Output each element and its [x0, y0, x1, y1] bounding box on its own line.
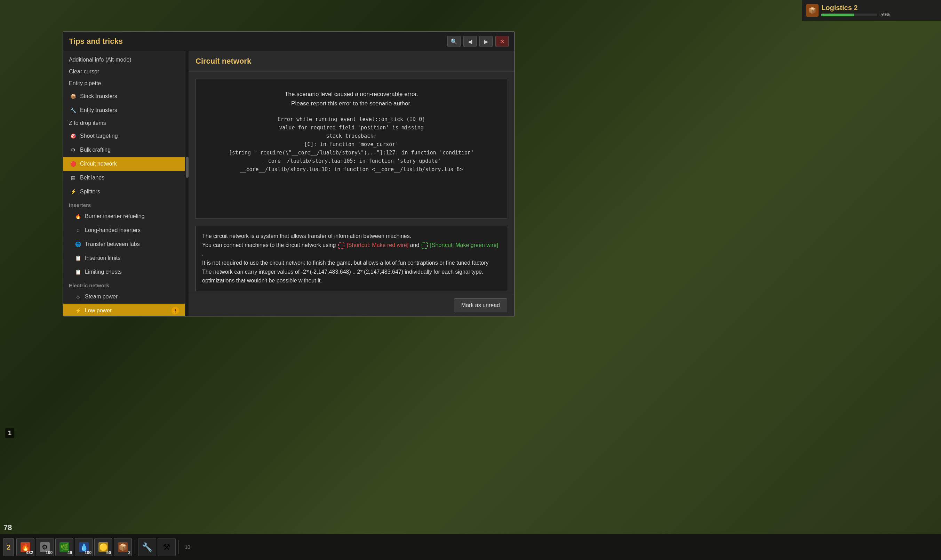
sidebar-item-steam-power[interactable]: ♨ Steam power [63, 290, 185, 304]
sidebar-item-stack-transfers[interactable]: 📦 Stack transfers [63, 89, 185, 103]
content-area: Circuit network The scenario level cause… [189, 51, 514, 316]
sidebar-label: Stack transfers [80, 93, 117, 100]
scrollbar-thumb[interactable] [186, 157, 189, 178]
sidebar-item-entity-transfers[interactable]: 🔧 Entity transfers [63, 103, 185, 117]
sidebar-label: Steam power [85, 294, 118, 300]
desc-line-5: optimizations that wouldn't be possible … [202, 276, 501, 285]
forward-button[interactable]: ▶ [480, 36, 493, 47]
mark-unread-button[interactable]: Mark as unread [454, 298, 507, 312]
sidebar-label: Entity transfers [80, 107, 117, 113]
belt-icon: ▤ [69, 174, 77, 182]
top-progress-bar: 📦 Logistics 2 59% [802, 0, 941, 21]
green-wire-link[interactable]: [Shortcut: Make green wire] [430, 242, 498, 248]
item-count-0: 432 [26, 550, 33, 555]
logistics-icon: 📦 [806, 4, 818, 17]
error-code-5: __core__/lualib/story.lua:105: in functi… [206, 157, 497, 165]
error-container: The scenario level caused a non-recovera… [189, 72, 514, 316]
taskbar: 2 🔥 432 ⚙ 100 🌿 46 💧 100 🟡 50 📦 2 🔧 ⚒ 10 [0, 534, 941, 560]
sidebar: Additional info (Alt-mode) Clear cursor … [63, 51, 185, 316]
stack-icon: 📦 [69, 92, 77, 100]
desc-line-4: The network can carry integer values of … [202, 268, 501, 277]
error-messages: The scenario level caused a non-recovera… [206, 89, 497, 108]
craft-icon: ⚙ [69, 146, 77, 154]
taskbar-item-4[interactable]: 🟡 50 [94, 538, 112, 556]
sidebar-item-entity-pipette[interactable]: Entity pipette [63, 78, 185, 89]
item-count-3: 100 [85, 550, 91, 555]
green-wire-icon-box [421, 242, 428, 249]
item-icon-5: 📦 [118, 542, 128, 552]
taskbar-item-2[interactable]: 🌿 46 [55, 538, 74, 556]
sidebar-label: Long-handed inserters [85, 227, 140, 233]
sidebar-item-burner-inserter[interactable]: 🔥 Burner inserter refueling [63, 209, 185, 223]
logistics-progress-label: 59% [881, 12, 890, 17]
item-count-4: 50 [106, 550, 111, 555]
electric-network-section-label: Electric network [63, 279, 185, 290]
item-count-1: 100 [46, 550, 52, 555]
close-button[interactable]: ✕ [495, 36, 509, 47]
sidebar-scrollbar[interactable] [185, 51, 189, 316]
item-count-5: 2 [128, 550, 131, 555]
sidebar-item-circuit-network[interactable]: 🔴 Circuit network [63, 157, 185, 171]
bottom-bar: Mark as unread [189, 295, 514, 316]
error-code-1: value for required field 'position' is m… [206, 123, 497, 132]
sidebar-item-shoot-targeting[interactable]: 🎯 Shoot targeting [63, 129, 185, 143]
logistics-title: Logistics 2 [821, 4, 937, 12]
error-line-0: The scenario level caused a non-recovera… [206, 89, 497, 99]
longhanded-icon: ↕ [74, 226, 82, 234]
side-counter-top: 1 [5, 428, 14, 438]
sidebar-item-long-handed[interactable]: ↕ Long-handed inserters [63, 223, 185, 237]
sidebar-label: Z to drop items [69, 120, 106, 126]
red-wire-link[interactable]: [Shortcut: Make red wire] [346, 242, 408, 248]
error-code-6: __core__/lualib/story.lua:10: in functio… [206, 165, 497, 174]
steam-icon: ♨ [74, 292, 82, 301]
bottom-counter: 78 [3, 523, 12, 532]
back-button[interactable]: ◀ [463, 36, 477, 47]
logistics-progress-container [821, 14, 877, 16]
limit-icon: 📋 [74, 254, 82, 262]
sidebar-item-belt-lanes[interactable]: ▤ Belt lanes [63, 171, 185, 185]
logistics-info: Logistics 2 59% [821, 4, 937, 17]
taskbar-item-3[interactable]: 💧 100 [75, 538, 93, 556]
entity-icon: 🔧 [69, 106, 77, 114]
sidebar-label: Splitters [80, 189, 100, 195]
warning-badge: ! [172, 307, 179, 314]
error-code-3: [C]: in function 'move_cursor' [206, 140, 497, 149]
taskbar-item-5[interactable]: 📦 2 [114, 538, 132, 556]
description-box: The circuit network is a system that all… [195, 226, 507, 291]
taskbar-item-1[interactable]: ⚙ 100 [36, 538, 54, 556]
taskbar-item-0[interactable]: 🔥 432 [16, 538, 34, 556]
window-body: Additional info (Alt-mode) Clear cursor … [63, 51, 514, 316]
sidebar-item-low-power[interactable]: ⚡ Low power ! [63, 304, 185, 316]
taskbar-separator [135, 540, 135, 554]
sidebar-item-clear-cursor[interactable]: Clear cursor [63, 66, 185, 78]
window-titlebar: Tips and tricks 🔍 ◀ ▶ ✕ [63, 32, 514, 51]
lowpower-icon: ⚡ [74, 306, 82, 315]
sidebar-item-additional-info[interactable]: Additional info (Alt-mode) [63, 54, 185, 66]
taskbar-number: 2 [3, 538, 14, 556]
sidebar-item-limiting-chests[interactable]: 📋 Limiting chests [63, 265, 185, 279]
sidebar-label: Entity pipette [69, 80, 101, 87]
taskbar-tool-0[interactable]: 🔧 [138, 538, 156, 556]
sidebar-label: Circuit network [80, 161, 117, 167]
window-title: Tips and tricks [69, 37, 444, 46]
sidebar-item-transfer-labs[interactable]: 🌐 Transfer between labs [63, 237, 185, 251]
inserters-section-label: Inserters [63, 198, 185, 209]
sidebar-item-z-drop[interactable]: Z to drop items [63, 117, 185, 129]
desc-line-3: It is not required to use the circuit ne… [202, 258, 501, 268]
search-button[interactable]: 🔍 [447, 36, 461, 47]
sidebar-label: Transfer between labs [85, 241, 140, 247]
desc-line-1: The circuit network is a system that all… [202, 232, 501, 241]
sidebar-item-splitters[interactable]: ⚡ Splitters [63, 185, 185, 198]
logistics-progress-fill [821, 14, 854, 16]
error-code-2: stack traceback: [206, 132, 497, 140]
sidebar-item-bulk-crafting[interactable]: ⚙ Bulk crafting [63, 143, 185, 157]
error-code-4: [string " require(\"__core__/lualib/stor… [206, 149, 497, 157]
splitter-icon: ⚡ [69, 188, 77, 196]
error-box: The scenario level caused a non-recovera… [195, 78, 507, 219]
taskbar-tool-1[interactable]: ⚒ [158, 538, 176, 556]
taskbar-separator-2 [178, 540, 179, 554]
lab-icon: 🌐 [74, 240, 82, 248]
sidebar-item-insertion-limits[interactable]: 📋 Insertion limits [63, 251, 185, 265]
desc-and-text: and [410, 242, 421, 248]
main-window: Tips and tricks 🔍 ◀ ▶ ✕ Additional info … [63, 31, 515, 317]
